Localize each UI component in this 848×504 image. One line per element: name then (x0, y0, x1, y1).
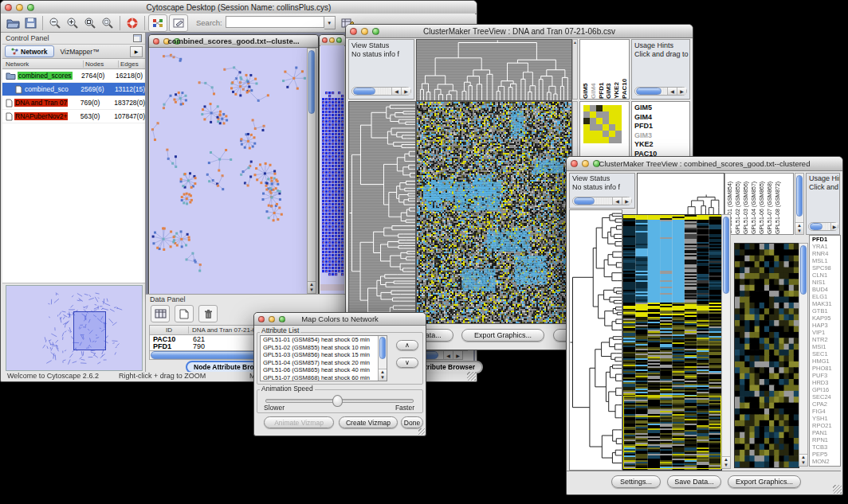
gene-label[interactable]: YKE2 (632, 140, 689, 150)
network-row[interactable]: combined_scores2764(0)16218(0) (2, 69, 145, 83)
network-row[interactable]: DNA and Tran 07769(0)183728(0) (2, 96, 145, 110)
zoom-out-icon[interactable] (46, 15, 64, 31)
network-row[interactable]: combined_sco2569(6)13112(15) (2, 83, 145, 96)
tv2-resize-grip[interactable] (833, 485, 842, 494)
gene-label[interactable]: HAP3 (810, 322, 840, 329)
gene-label[interactable]: TCB3 (810, 443, 840, 451)
dialog-titlebar[interactable]: Map Colors to Network (254, 313, 426, 326)
settings-button[interactable]: Settings... (611, 475, 661, 488)
network-canvas-2[interactable] (320, 45, 344, 294)
done-button[interactable]: Done (401, 416, 423, 428)
animate-vizmap-button[interactable]: Animate Vizmap (264, 416, 334, 428)
attribute-list-item[interactable]: GPL51-07 (GSM868) heat shock 60 min (261, 374, 387, 382)
gene-label[interactable]: RPO21 (810, 422, 840, 429)
gene-label[interactable]: KAP95 (810, 315, 840, 322)
zoom-in-icon[interactable] (64, 15, 81, 31)
gene-label[interactable]: MSI1 (810, 343, 840, 350)
gene-label[interactable]: GIM3 (632, 131, 689, 141)
gene-label[interactable]: SEC1 (810, 350, 840, 357)
attribute-list-item[interactable]: GPL51-02 (GSM855) heat shock 10 min (261, 344, 387, 352)
tv2-titlebar[interactable]: ClusterMaker TreeView : combined_scores_… (567, 157, 842, 171)
gene-label[interactable]: PFD1 (632, 122, 689, 131)
search-dropdown-icon[interactable]: ▼ (324, 16, 336, 29)
gene-label[interactable]: RPN1 (810, 436, 840, 443)
gene-label[interactable]: YSH1 (810, 415, 840, 422)
gene-label[interactable]: HMG1 (810, 357, 840, 365)
gene-label[interactable]: PFD1 (810, 236, 840, 243)
tab-network[interactable]: Network (5, 45, 54, 57)
gene-label[interactable]: VIP1 (810, 329, 840, 336)
tab-vizmapper[interactable]: VizMapper™ (54, 46, 106, 57)
tv2-column-dendrogram[interactable] (637, 173, 724, 215)
tv1-column-dendrogram[interactable] (416, 39, 572, 101)
gene-label[interactable]: ELG1 (810, 293, 840, 300)
gene-label[interactable]: MON2 (810, 458, 840, 465)
gene-label[interactable]: PUF3 (810, 372, 840, 379)
gene-label[interactable]: GIM4 (632, 113, 689, 123)
tv2-subheatmap[interactable] (734, 243, 799, 468)
export-graphics-button[interactable]: Export Graphics... (728, 475, 801, 488)
new-attribute-icon[interactable] (175, 305, 194, 322)
tabs-overflow-icon[interactable]: ▶ (130, 46, 143, 57)
network-window-titlebar[interactable]: combined_scores_good.txt--cluste... (149, 35, 318, 48)
tv1-row-dendrogram[interactable] (348, 101, 416, 324)
move-down-button[interactable]: ∨ (396, 357, 418, 368)
gene-label[interactable]: GPI16 (810, 386, 840, 393)
gene-label[interactable]: CLN1 (810, 272, 840, 279)
tv2-heatmap-scrollbar[interactable]: ▲▼ (721, 214, 731, 469)
attribute-list-item[interactable]: GPL51-03 (GSM856) heat shock 15 min (261, 351, 387, 359)
gene-label[interactable]: BUD4 (810, 286, 840, 293)
export-graphics-button[interactable]: Export Graphics... (461, 329, 544, 342)
help-lifering-icon[interactable] (124, 15, 141, 31)
tv2-heatmap[interactable] (622, 214, 722, 471)
minimize-icon[interactable] (329, 37, 335, 43)
gene-label[interactable]: PEP5 (810, 451, 840, 458)
tv2-subheatmap-scrollbar[interactable]: ▲▼ (799, 243, 808, 467)
network-window-2-titlebar[interactable] (320, 35, 345, 46)
attribute-listbox[interactable]: GPL51-01 (GSM854) heat shock 05 minGPL51… (260, 335, 387, 381)
save-icon[interactable] (22, 15, 39, 31)
zoom-window-icon[interactable] (336, 37, 342, 43)
tv2-status-scrollbar[interactable]: ◀▶ (572, 197, 632, 205)
gene-label[interactable]: NIS1 (810, 279, 840, 286)
network-canvas[interactable] (150, 48, 307, 294)
gene-label[interactable]: FIG4 (810, 408, 840, 415)
gene-label[interactable]: MSL1 (810, 257, 840, 264)
delete-attribute-trash-icon[interactable] (198, 305, 218, 322)
main-titlebar[interactable]: Cytoscape Desktop (Session Name: collins… (1, 1, 477, 14)
save-data-button[interactable]: Save Data... (667, 475, 721, 488)
dialog-resize-grip[interactable] (418, 428, 425, 435)
attribute-list-scrollbar[interactable]: ▲▼ (378, 336, 387, 381)
gene-label[interactable]: CPA2 (810, 400, 840, 408)
tv2-labels-scrollbar[interactable]: ▲▼ (795, 173, 804, 235)
network-row[interactable]: RNAPuberNov2+563(0)107847(0) (2, 110, 145, 123)
close-icon[interactable] (322, 37, 328, 43)
create-vizmap-button[interactable]: Create Vizmap (339, 416, 398, 428)
gene-label[interactable]: HRD3 (810, 379, 840, 386)
gene-label[interactable]: YRA1 (810, 243, 840, 250)
tv1-heatmap[interactable] (416, 101, 572, 324)
search-input[interactable] (226, 16, 324, 28)
main-resize-grip[interactable] (467, 372, 476, 381)
tv2-hints-scrollbar[interactable]: ▶ (808, 222, 838, 231)
network-vertical-scrollbar[interactable]: ▲▼ (307, 48, 316, 294)
attribute-list-item[interactable]: GPL51-01 (GSM854) heat shock 05 min (261, 336, 387, 344)
gene-label[interactable]: SEC24 (810, 393, 840, 400)
attribute-list-item[interactable]: GPL51-04 (GSM857) heat shock 20 min (261, 359, 387, 367)
gene-label[interactable]: NTR2 (810, 336, 840, 343)
open-file-icon[interactable] (4, 15, 22, 31)
gene-label[interactable]: SPC98 (810, 264, 840, 272)
network-table-header[interactable]: Network Nodes Edges (2, 59, 145, 69)
annotation-panel-icon[interactable] (169, 14, 188, 32)
tv1-titlebar[interactable]: ClusterMaker TreeView : DNA and Tran 07-… (346, 25, 693, 38)
gene-label[interactable]: MAK31 (810, 300, 840, 307)
animation-slider-thumb[interactable] (332, 395, 343, 407)
tv1-status-scrollbar[interactable]: ◀▶ (351, 87, 411, 96)
tv2-row-dendrogram[interactable] (569, 209, 622, 471)
gene-label[interactable]: GIM5 (632, 104, 689, 113)
select-attributes-icon[interactable] (151, 305, 170, 322)
attribute-list-item[interactable]: GPL51-06 (GSM865) heat shock 40 min (261, 366, 387, 374)
tv1-top-strip[interactable]: ▲ (572, 39, 578, 100)
gene-label[interactable]: GTB1 (810, 307, 840, 315)
move-up-button[interactable]: ∧ (396, 340, 418, 350)
